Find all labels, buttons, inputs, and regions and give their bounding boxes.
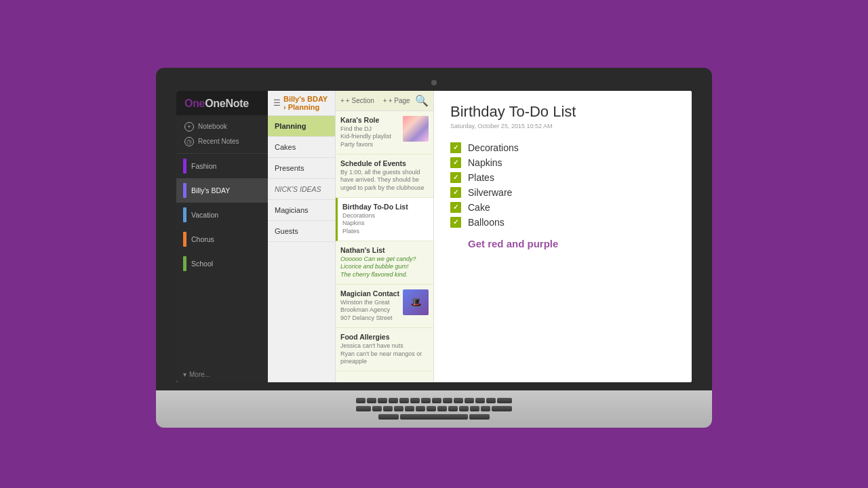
sidebar-label-vacation: Vacation [191,211,218,219]
page-snippet-nathan: Oooooo Can we get candy? Licorice and bu… [340,256,429,279]
todo-label-napkins: Napkins [468,157,502,168]
todo-list: Decorations Napkins Plates Silverwa [450,140,675,230]
todo-label-cake: Cake [468,202,490,213]
key [448,406,458,411]
todo-label-silverware: Silverware [468,187,512,198]
page-card-schedule[interactable]: Schedule of Events By 1:00, all the gues… [336,155,433,198]
section-header: ☰ Billy's BDAY › Planning [268,91,335,116]
section-presents[interactable]: Presents [268,158,335,179]
todo-item-silverware[interactable]: Silverware [450,185,675,200]
add-section-button[interactable]: + + Section [340,97,374,104]
page-title-nathan: Nathan's List [340,246,429,254]
more-label: More... [189,371,210,378]
recent-notes-label: Recent Notes [198,138,239,145]
plus-icon-2: + [383,97,387,104]
sidebar-item-billy[interactable]: Billy's BDAY [176,178,268,203]
section-list: ☰ Billy's BDAY › Planning Planning Cakes… [268,91,336,382]
page-card-magician[interactable]: Magician Contact Winston the Great Brook… [336,285,433,328]
sidebar-item-vacation[interactable]: Vacation [176,203,268,227]
magician-thumb: 🎩 [403,289,429,315]
page-card-schedule-content: Schedule of Events By 1:00, all the gues… [340,159,429,192]
add-notebook-label: Notebook [198,123,227,130]
key [437,406,447,411]
karas-role-thumb [403,116,429,142]
page-card-karas-role[interactable]: Kara's Role Find the DJ Kid-friendly pla… [336,111,433,155]
section-guests[interactable]: Guests [268,221,335,242]
add-page-button[interactable]: + + Page [383,97,410,104]
app-logo: OneOneNote [176,91,268,115]
todo-item-cake[interactable]: Cake [450,200,675,215]
page-card-todo[interactable]: Birthday To-Do List Decorations Napkins … [336,198,433,241]
key [410,398,420,403]
checkbox-silverware[interactable] [450,187,461,198]
sidebar-actions: + Notebook ◷ Recent Notes [176,115,268,154]
page-card-allergies-content: Food Allergies Jessica can't have nuts R… [340,333,429,366]
checkbox-plates[interactable] [450,172,461,183]
key [356,406,371,411]
add-notebook-icon: + [184,122,194,131]
todo-item-napkins[interactable]: Napkins [450,155,675,170]
sidebar-item-chorus[interactable]: Chorus [176,227,268,251]
key [372,406,382,411]
page-title-schedule: Schedule of Events [340,159,429,167]
logo-accent: One [184,98,205,109]
todo-item-decorations[interactable]: Decorations [450,140,675,155]
page-snippet-allergies: Jessica can't have nuts Ryan can't be ne… [340,342,429,366]
page-list: + + Section + + Page 🔍 Kara's Role [336,91,434,382]
search-icon[interactable]: 🔍 [415,94,429,107]
page-snippet-karas-role: Find the DJ Kid-friendly playlist Party … [340,125,399,149]
checkbox-cake[interactable] [450,202,461,213]
page-snippet-magician: Winston the Great Brookman Agency 907 De… [340,299,399,323]
laptop-screen: OneOneNote + Notebook ◷ Recent Notes [176,91,692,382]
key [459,406,469,411]
key [356,398,366,403]
section-nicks-ideas[interactable]: NICK'S IDEAS [268,179,335,200]
camera [431,80,437,85]
plus-icon: + [340,97,344,104]
section-magicians[interactable]: Magicians [268,200,335,221]
key [378,414,399,420]
page-card-karas-role-content: Kara's Role Find the DJ Kid-friendly pla… [340,116,399,149]
notebook-color-school [183,256,186,271]
magician-thumb-person: 🎩 [403,289,429,315]
keyboard-row-2 [356,406,512,411]
notebook-color-chorus [183,232,186,247]
key [481,406,490,411]
page-title-magician: Magician Contact [340,289,399,298]
section-cakes[interactable]: Cakes [268,137,335,158]
add-section-label: + Section [346,97,374,104]
notebook-color-billy [183,183,186,198]
checkbox-balloons[interactable] [450,217,461,228]
todo-item-plates[interactable]: Plates [450,170,675,185]
page-card-nathan[interactable]: Nathan's List Oooooo Can we get candy? L… [336,241,433,285]
todo-item-balloons[interactable]: Balloons [450,215,675,230]
more-notebooks[interactable]: ▾ More... [176,367,268,382]
section-planning[interactable]: Planning [268,116,335,137]
page-snippet-schedule: By 1:00, all the guests should have arri… [340,169,429,192]
notebook-path: Billy's BDAY › Planning [283,95,330,111]
page-card-todo-content: Birthday To-Do List Decorations Napkins … [342,203,429,236]
key [394,406,403,411]
checkbox-decorations[interactable] [450,142,461,153]
sidebar-item-school[interactable]: School [176,251,268,276]
page-snippet-todo: Decorations Napkins Plates [342,212,429,236]
page-card-nathan-content: Nathan's List Oooooo Can we get candy? L… [340,246,429,279]
spacebar [400,414,468,420]
add-notebook-action[interactable]: + Notebook [182,119,262,134]
page-main-title: Birthday To-Do List [450,103,675,121]
page-card-allergies[interactable]: Food Allergies Jessica can't have nuts R… [336,328,433,371]
keyboard [156,390,712,428]
key [475,398,485,403]
key [492,406,512,411]
page-title-karas-role: Kara's Role [340,116,399,124]
todo-label-plates: Plates [468,172,494,183]
notebook-color-vacation [183,207,186,222]
checkbox-napkins[interactable] [450,157,461,168]
sidebar-item-fashion[interactable]: Fashion [176,154,268,178]
keyboard-row-3 [378,414,490,420]
recent-notes-action[interactable]: ◷ Recent Notes [182,134,262,149]
key [367,398,376,403]
karas-role-thumb-img [403,116,429,142]
notebook-list: Fashion Billy's BDAY Vacation Choru [176,154,268,367]
add-page-label: + Page [389,97,410,104]
